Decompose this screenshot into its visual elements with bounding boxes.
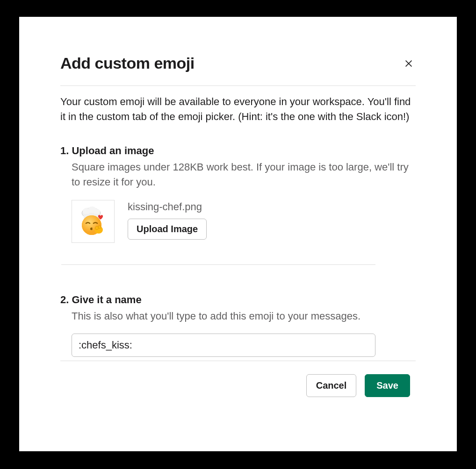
svg-point-11 xyxy=(98,226,101,228)
upload-section: 1. Upload an image Square images under 1… xyxy=(60,145,416,243)
name-section: 2. Give it a name This is also what you'… xyxy=(60,294,416,357)
step2-hint: This is also what you'll type to add thi… xyxy=(72,309,416,324)
section-divider xyxy=(61,264,375,265)
upload-column: kissing-chef.png Upload Image xyxy=(128,200,207,240)
upload-image-button[interactable]: Upload Image xyxy=(128,219,207,240)
modal-header: Add custom emoji xyxy=(60,54,416,86)
svg-point-10 xyxy=(95,226,99,229)
footer-divider xyxy=(60,361,416,361)
cancel-button[interactable]: Cancel xyxy=(306,374,357,397)
emoji-preview xyxy=(72,200,115,243)
modal-description: Your custom emoji will be available to e… xyxy=(60,94,416,124)
save-button[interactable]: Save xyxy=(365,374,410,397)
uploaded-filename: kissing-chef.png xyxy=(128,201,207,213)
emoji-name-input[interactable] xyxy=(72,334,375,357)
step2-title: 2. Give it a name xyxy=(60,294,416,306)
close-button[interactable] xyxy=(402,57,416,71)
modal-title: Add custom emoji xyxy=(60,54,195,72)
modal-footer: Cancel Save xyxy=(60,374,410,397)
svg-point-5 xyxy=(94,209,100,214)
step1-title: 1. Upload an image xyxy=(60,145,416,157)
add-emoji-modal: Add custom emoji Your custom emoji will … xyxy=(19,17,457,451)
step1-hint: Square images under 128KB work best. If … xyxy=(72,160,416,190)
close-icon xyxy=(404,58,414,69)
chefs-kiss-emoji-icon xyxy=(78,206,108,236)
upload-row: kissing-chef.png Upload Image xyxy=(72,200,416,243)
